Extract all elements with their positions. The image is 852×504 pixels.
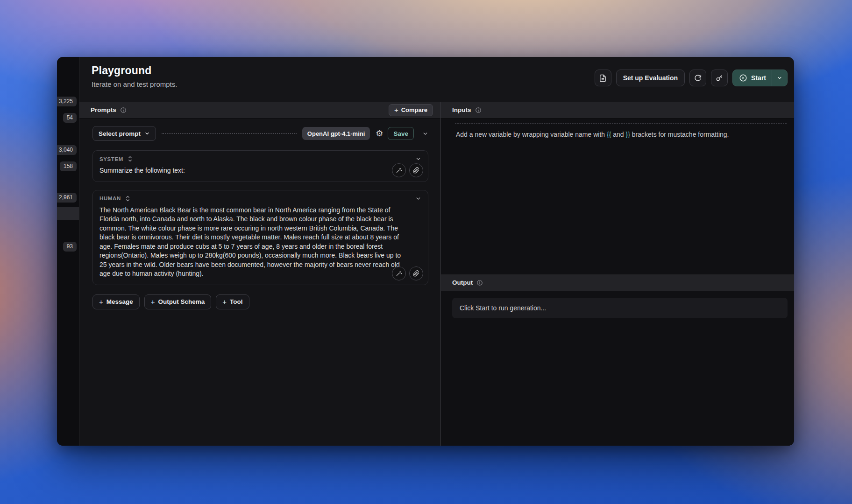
human-message-text[interactable]: The North American Black Bear is the mos…	[99, 206, 402, 279]
nav-highlighted-row[interactable]	[57, 207, 79, 220]
refresh-icon	[694, 74, 702, 82]
add-message-button[interactable]: + Message	[92, 294, 140, 309]
save-label: Save	[393, 130, 408, 137]
setup-evaluation-label: Set up Evaluation	[623, 74, 678, 82]
chevron-down-icon	[144, 131, 150, 136]
attach-file-button[interactable]	[409, 266, 423, 280]
hint-text: Add a new variable by wrapping variable …	[456, 131, 607, 138]
chevron-down-icon	[422, 131, 428, 137]
model-row: Select prompt OpenAI gpt-4.1-mini ⚙ Save	[92, 126, 428, 141]
add-tool-button[interactable]: + Tool	[216, 294, 249, 309]
collapse-message-button[interactable]	[415, 156, 421, 162]
save-button[interactable]: Save	[388, 127, 414, 140]
gear-icon[interactable]: ⚙	[376, 129, 383, 138]
prompts-title: Prompts	[91, 106, 116, 113]
info-icon[interactable]	[475, 107, 482, 113]
message-role-label[interactable]: SYSTEM	[99, 156, 123, 162]
compare-button[interactable]: + Compare	[389, 104, 433, 116]
nav-count-badge: 158	[60, 161, 77, 171]
start-split-button: Start	[732, 70, 788, 86]
nav-count-badge: 93	[63, 242, 77, 252]
start-button[interactable]: Start	[733, 70, 772, 86]
paperclip-icon	[413, 167, 419, 174]
inputs-panel-header: Inputs	[441, 102, 794, 119]
prompts-body: Select prompt OpenAI gpt-4.1-mini ⚙ Save	[79, 119, 440, 446]
hint-text: and	[611, 131, 625, 138]
compare-label: Compare	[401, 106, 427, 113]
inputs-body: Add a new variable by wrapping variable …	[441, 119, 794, 274]
role-swap-icon[interactable]	[125, 196, 130, 202]
close-braces: }}	[625, 131, 630, 138]
plus-icon: +	[99, 298, 103, 306]
add-tool-label: Tool	[230, 298, 243, 305]
prompts-panel: Prompts + Compare Select prompt	[79, 102, 440, 446]
dotted-divider	[162, 133, 297, 134]
select-prompt-label: Select prompt	[99, 130, 141, 137]
chevron-down-icon	[777, 75, 782, 81]
io-panel: Inputs Add a new variable by wrapping va…	[440, 102, 794, 446]
paperclip-icon	[413, 270, 419, 277]
api-key-button[interactable]	[711, 70, 728, 86]
hint-text: brackets for mustache formatting.	[630, 131, 729, 138]
nav-count-badge: 3,040	[57, 145, 77, 155]
nav-count-badge: 54	[63, 113, 77, 123]
plus-icon: +	[394, 106, 398, 114]
reset-button[interactable]	[689, 70, 706, 86]
inputs-title: Inputs	[452, 106, 471, 113]
output-placeholder-box: Click Start to run generation...	[452, 298, 788, 318]
plus-icon: +	[222, 298, 227, 306]
output-panel-header: Output	[441, 274, 794, 291]
model-badge[interactable]: OpenAI gpt-4.1-mini	[302, 127, 370, 140]
playground-window: 3,225 54 3,040 158 2,961 93 Playground I…	[57, 57, 794, 446]
view-code-button[interactable]	[595, 70, 611, 86]
start-label: Start	[751, 74, 766, 82]
collapse-message-button[interactable]	[415, 196, 421, 202]
clipped-nav-strip: 3,225 54 3,040 158 2,961 93	[57, 57, 79, 446]
system-message-box: SYSTEM Summarize the following text:	[92, 150, 428, 182]
message-role-label[interactable]: HUMAN	[99, 196, 121, 201]
header-actions: Set up Evaluation	[595, 70, 788, 86]
improve-prompt-button[interactable]	[392, 163, 406, 177]
output-title: Output	[452, 279, 473, 286]
prompts-panel-header: Prompts + Compare	[79, 102, 440, 119]
start-options-button[interactable]	[772, 70, 787, 86]
page-header: Playground Iterate on and test prompts. …	[79, 57, 794, 102]
role-swap-icon[interactable]	[128, 156, 133, 162]
document-icon	[599, 74, 607, 82]
collapse-model-row-button[interactable]	[422, 131, 428, 137]
play-circle-icon	[739, 74, 747, 82]
select-prompt-dropdown[interactable]: Select prompt	[92, 126, 156, 141]
variable-hint-text: Add a new variable by wrapping variable …	[455, 123, 787, 138]
output-body: Click Start to run generation...	[441, 291, 794, 446]
info-icon[interactable]	[476, 280, 483, 286]
add-output-schema-button[interactable]: + Output Schema	[144, 294, 212, 309]
improve-prompt-button[interactable]	[392, 266, 406, 280]
add-message-label: Message	[106, 298, 133, 305]
output-placeholder-text: Click Start to run generation...	[460, 304, 546, 312]
key-icon	[716, 74, 723, 82]
system-message-text[interactable]: Summarize the following text:	[99, 166, 421, 175]
info-icon[interactable]	[120, 107, 127, 113]
add-buttons-row: + Message + Output Schema + Tool	[92, 294, 428, 309]
open-braces: {{	[607, 131, 611, 138]
nav-count-badge: 2,961	[57, 193, 77, 203]
attach-file-button[interactable]	[409, 163, 423, 177]
magic-wand-icon	[396, 167, 402, 174]
nav-count-badge: 3,225	[57, 97, 77, 106]
add-output-schema-label: Output Schema	[158, 298, 205, 305]
setup-evaluation-button[interactable]: Set up Evaluation	[616, 70, 685, 86]
human-message-box: HUMAN The North American Black Bear is t…	[92, 190, 428, 285]
magic-wand-icon	[396, 270, 402, 277]
plus-icon: +	[151, 298, 155, 306]
